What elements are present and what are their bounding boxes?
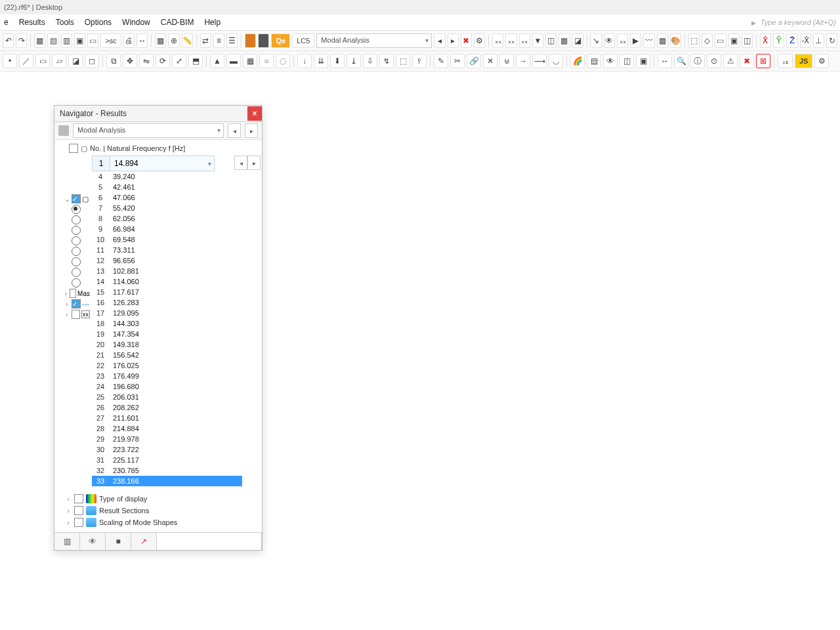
info-icon[interactable]: ⓘ — [690, 54, 705, 68]
result-deform-icon[interactable]: 〰 — [643, 33, 654, 48]
color-swatch2-icon[interactable] — [258, 33, 269, 48]
new-opening-icon[interactable]: ◻ — [85, 54, 99, 68]
checkbox[interactable] — [74, 468, 83, 477]
xy-icon[interactable]: ▭ — [715, 33, 726, 48]
measure-icon[interactable]: 📏 — [182, 33, 193, 48]
frequency-item[interactable]: 966.984 — [92, 224, 242, 234]
radio[interactable] — [72, 226, 81, 235]
radio[interactable] — [72, 205, 81, 214]
section-icon[interactable]: ◫ — [545, 33, 556, 48]
frequency-list[interactable]: 439.240542.461647.066755.420862.056966.9… — [92, 171, 242, 486]
fillet-icon[interactable]: ◡ — [549, 54, 563, 68]
delete-results-icon[interactable]: ✖ — [461, 33, 472, 48]
radio[interactable] — [72, 247, 81, 256]
menu-item[interactable]: CAD-BIM — [161, 18, 194, 27]
frequency-item[interactable]: 1296.656 — [92, 255, 242, 266]
menu-item[interactable]: Results — [19, 18, 45, 27]
nav-views-icon[interactable]: ▦ — [34, 33, 45, 48]
expand-icon[interactable]: › — [65, 469, 72, 476]
nodal-support-icon[interactable]: ▲ — [210, 54, 224, 68]
connect-icon[interactable]: 🔗 — [467, 54, 481, 68]
shift-icon[interactable]: ⇄ — [200, 33, 211, 48]
expand-icon[interactable]: › — [64, 289, 68, 297]
load-free-icon[interactable]: ↯ — [379, 54, 394, 68]
checkbox[interactable] — [70, 289, 76, 298]
undo-icon[interactable]: ↶ — [3, 33, 14, 48]
new-node-icon[interactable]: • — [3, 54, 17, 68]
delete-results2-icon[interactable]: ⊠ — [756, 54, 770, 68]
surface-support-icon[interactable]: ▦ — [243, 54, 257, 68]
intersect-icon[interactable]: ✕ — [483, 54, 497, 68]
result-color-icon[interactable]: 🎨 — [670, 33, 681, 48]
frequency-item[interactable]: 26208.262 — [92, 402, 242, 413]
distance-icon[interactable]: ↔ — [658, 54, 672, 68]
keyword-search[interactable]: Type a keyword (Alt+Q) — [751, 18, 836, 26]
frequency-item[interactable]: 542.461 — [92, 182, 242, 192]
expand-icon[interactable]: › — [65, 507, 72, 514]
printout-icon[interactable]: 🖨 — [123, 33, 135, 48]
stack-icon[interactable]: ☰ — [226, 33, 238, 48]
mirror-icon[interactable]: ⇋ — [139, 54, 154, 68]
trim-icon[interactable]: ⟶ — [532, 54, 547, 68]
result-values2-icon[interactable]: ₓₓ — [505, 33, 516, 48]
load-surface-icon[interactable]: ⤓ — [346, 54, 361, 68]
load-case-tag[interactable]: Qe — [271, 33, 290, 48]
expand-icon[interactable]: › — [64, 310, 70, 318]
checkbox[interactable] — [74, 518, 83, 527]
frequency-item[interactable]: 28214.884 — [92, 423, 242, 434]
gradient-icon[interactable]: 🌈 — [570, 54, 585, 68]
checkbox[interactable] — [72, 299, 81, 308]
frequency-item[interactable]: 13102.881 — [92, 266, 242, 276]
checkbox[interactable] — [72, 194, 81, 203]
new-line-icon[interactable]: ／ — [19, 54, 33, 68]
frequency-item[interactable]: 27211.601 — [92, 413, 242, 423]
tab-results-icon[interactable]: ↗ — [131, 533, 157, 550]
frequency-item[interactable]: 31225.117 — [92, 455, 242, 465]
frequency-item[interactable]: 33238.166 — [92, 476, 242, 486]
snap-icon[interactable]: ⊕ — [168, 33, 179, 48]
release-icon[interactable]: ◌ — [276, 54, 290, 68]
expand-icon[interactable]: › — [65, 445, 72, 453]
color-swatch-icon[interactable] — [245, 33, 256, 48]
merge-icon[interactable]: ⊎ — [499, 54, 514, 68]
load-member-icon[interactable]: ⬇ — [330, 54, 345, 68]
find-icon[interactable]: 🔍 — [674, 54, 688, 68]
plausibility-icon[interactable]: ⚠ — [723, 54, 738, 68]
move-icon[interactable]: ✥ — [123, 54, 137, 68]
expand-icon[interactable]: › — [64, 300, 70, 308]
units-icon[interactable]: ⬚ — [688, 33, 700, 48]
scale-icon[interactable]: ⤢ — [172, 54, 186, 68]
menu-item[interactable]: Options — [85, 18, 112, 27]
load-case-combo[interactable]: LC5 — [292, 33, 314, 48]
solids-icon[interactable]: ◪ — [572, 33, 583, 48]
visibility-icon[interactable]: 👁 — [603, 54, 618, 68]
result-mesh-icon[interactable]: ▦ — [657, 33, 668, 48]
grid-icon[interactable]: ▦ — [155, 33, 166, 48]
nav-data-icon[interactable]: ▤ — [47, 33, 58, 48]
tree-item-result-sections[interactable]: ›Result Sections — [65, 505, 261, 516]
clip-plane-icon[interactable]: ◫ — [620, 54, 634, 68]
expand-icon[interactable]: ⌄ — [64, 195, 70, 203]
menu-item[interactable]: Window — [122, 18, 150, 27]
new-surface-icon[interactable]: ▱ — [52, 54, 66, 68]
result-values-icon[interactable]: ₓₓ — [492, 33, 503, 48]
load-line-icon[interactable]: ⇊ — [314, 54, 328, 68]
prev-lc-icon[interactable]: ◂ — [434, 33, 445, 48]
filter-icon[interactable]: ▼ — [532, 33, 543, 48]
extend-icon[interactable]: → — [516, 54, 530, 68]
tables-icon[interactable]: ▣ — [74, 33, 85, 48]
tab-camera-icon[interactable]: ■ — [106, 533, 131, 550]
expand-icon[interactable]: › — [65, 421, 72, 429]
frequency-item[interactable]: 16126.283 — [92, 297, 242, 308]
next-lc-icon[interactable]: ▸ — [448, 33, 459, 48]
align-icon[interactable]: ≡ — [213, 33, 224, 48]
checkbox[interactable] — [74, 444, 83, 453]
panel-icon[interactable]: ▭ — [87, 33, 98, 48]
hinge-icon[interactable]: ○ — [259, 54, 274, 68]
new-member-icon[interactable]: ▭ — [35, 54, 50, 68]
script-js-icon[interactable]: JS — [795, 54, 812, 68]
frequency-item[interactable]: 25206.031 — [92, 392, 242, 402]
frequency-item[interactable]: 1069.548 — [92, 234, 242, 245]
axis-x-icon[interactable]: X̂ — [760, 33, 771, 48]
tree-item-type-of-display[interactable]: ›Type of display — [65, 493, 261, 505]
